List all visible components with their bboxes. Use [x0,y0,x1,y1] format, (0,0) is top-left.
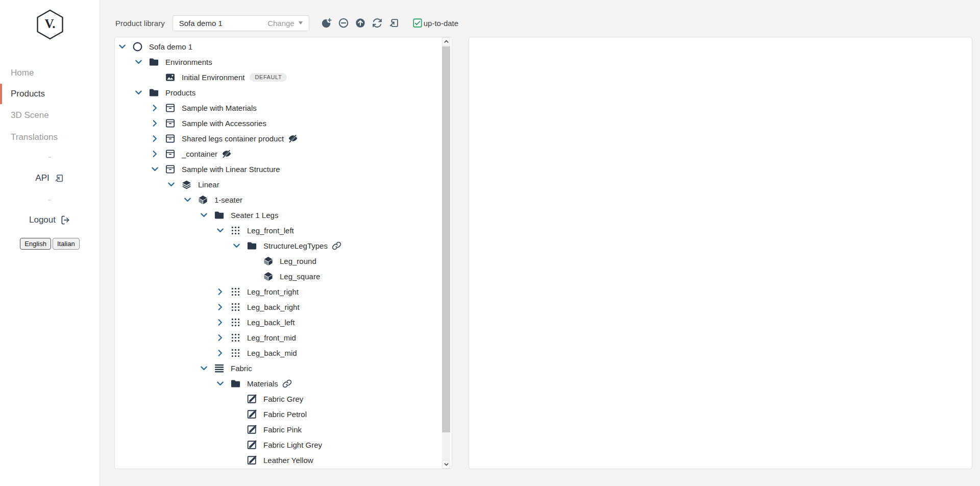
chevron-down-icon[interactable] [200,211,208,220]
dots-grid-icon [230,332,241,343]
chevron-spacer [232,395,241,403]
tree-item-initial-environment[interactable]: Initial EnvironmentDEFAULT [115,69,452,85]
language-button-italian[interactable]: Italian [53,238,80,250]
chevron-down-icon[interactable] [167,180,176,189]
tree-item-leg-back-left[interactable]: Leg_back_left [115,314,452,330]
material-icon [247,455,257,466]
chevron-down-icon[interactable] [183,196,192,204]
material-icon [247,440,257,450]
chevron-down-icon[interactable] [232,241,241,250]
tree-item-materials[interactable]: Materials [115,376,452,391]
tree-item-label: Leg_front_mid [247,333,296,342]
chevron-down-icon [299,21,303,25]
folder-icon [247,240,257,251]
tree-item-container[interactable]: _container [115,146,452,161]
tree-item-structurelegtypes[interactable]: StructureLegTypes [115,238,452,253]
tree-item-leg-back-right[interactable]: Leg_back_right [115,299,452,314]
tree-item-label: Sample with Accessories [182,119,266,128]
tree-item-leather-yellow[interactable]: Leather Yellow [115,452,452,468]
tree-item-label: Fabric Pink [263,425,302,434]
tree-item-fabric-light-grey[interactable]: Fabric Light Grey [115,437,452,452]
sidebar-divider [48,200,51,201]
product-tree-panel: Sofa demo 1EnvironmentsInitial Environme… [114,37,452,469]
language-button-english[interactable]: English [20,238,51,250]
tree-item-products[interactable]: Products [115,85,452,100]
tree-item-linear[interactable]: Linear [115,177,452,192]
tree-item-fabric-pink[interactable]: Fabric Pink [115,422,452,437]
folder-icon [149,87,159,98]
chevron-down-icon[interactable] [118,42,127,51]
change-library-button[interactable]: Change [267,19,303,28]
tree-item-leg-front-right[interactable]: Leg_front_right [115,284,452,299]
minus-circle-icon[interactable] [337,17,350,29]
sidebar-item-home[interactable]: Home [0,66,100,80]
tree-scrollbar [442,37,450,469]
tree-item-label: Sample with Materials [182,104,257,112]
logout-label: Logout [29,215,56,225]
tree-item-1-seater[interactable]: 1-seater [115,192,452,207]
chevron-right-icon[interactable] [216,318,225,327]
tree-item-environments[interactable]: Environments [115,54,452,69]
tree-item-fabric-petrol[interactable]: Fabric Petrol [115,406,452,422]
logout-button[interactable]: Logout [0,215,100,225]
chevron-down-icon[interactable] [200,364,208,373]
arrow-up-circle-icon[interactable] [354,17,366,29]
dots-grid-icon [230,302,241,312]
chevron-spacer [232,456,241,465]
sidebar-item-products[interactable]: Products [0,87,100,101]
scrollbar-down-button[interactable] [442,460,450,469]
tree-item-leg-round[interactable]: Leg_round [115,253,452,269]
chevron-down-icon[interactable] [151,165,159,174]
sidebar: V. Home Products 3D Scene Translations A… [0,0,100,486]
tree-item-seater-1-legs[interactable]: Seater 1 Legs [115,207,452,223]
pie-chart-add-icon[interactable] [321,17,333,29]
tree-item-shared-legs-container-product[interactable]: Shared legs container product [115,131,452,146]
product-library-label: Product library [115,19,165,28]
chevron-right-icon[interactable] [151,134,159,143]
sidebar-item-3d-scene[interactable]: 3D Scene [0,109,100,122]
product-icon [165,149,176,159]
tree-item-label: Shared legs container product [182,134,284,143]
scrollbar-up-button[interactable] [442,37,450,46]
dots-grid-icon [230,286,241,297]
fabric-lines-icon [214,363,225,374]
chevron-down-icon[interactable] [216,226,225,235]
chevron-right-icon[interactable] [151,150,159,158]
app-logo[interactable]: V. [35,9,65,40]
tree-item-sample-with-accessories[interactable]: Sample with Accessories [115,115,452,131]
chevron-down-icon[interactable] [216,379,225,388]
tree-item-leg-back-mid[interactable]: Leg_back_mid [115,345,452,360]
chevron-right-icon[interactable] [216,349,225,357]
chevron-right-icon[interactable] [216,287,225,296]
tree-item-fabric[interactable]: Fabric [115,360,452,376]
export-document-icon[interactable] [388,17,400,29]
tree-item-sofa-demo-1[interactable]: Sofa demo 1 [115,39,452,54]
scrollbar-thumb[interactable] [442,46,450,432]
sync-status: up-to-date [412,18,458,28]
image-icon [165,72,176,83]
api-link[interactable]: API [0,173,100,183]
tree-item-label: Leg_back_left [247,318,295,327]
link-icon [332,241,341,251]
library-name: Sofa demo 1 [179,19,267,28]
chevron-right-icon[interactable] [216,303,225,311]
tree-item-label: Sofa demo 1 [149,42,192,51]
chevron-down-icon[interactable] [134,88,143,97]
tree-item-leg-square[interactable]: Leg_square [115,269,452,284]
tree-item-leg-front-mid[interactable]: Leg_front_mid [115,330,452,345]
sidebar-item-translations[interactable]: Translations [0,131,100,144]
chevron-right-icon[interactable] [151,119,159,128]
tree-item-sample-with-materials[interactable]: Sample with Materials [115,100,452,115]
folder-icon [149,57,159,67]
chevron-right-icon[interactable] [216,333,225,342]
chevron-spacer [249,272,257,281]
material-icon [247,409,257,420]
tree-item-fabric-grey[interactable]: Fabric Grey [115,391,452,406]
chevron-right-icon[interactable] [151,104,159,112]
tree-item-leg-front-left[interactable]: Leg_front_left [115,223,452,238]
chevron-down-icon[interactable] [134,58,143,66]
product-icon [165,103,176,113]
tree-item-sample-with-linear-structure[interactable]: Sample with Linear Structure [115,161,452,177]
refresh-icon[interactable] [371,17,383,29]
svg-text:V.: V. [44,17,55,31]
